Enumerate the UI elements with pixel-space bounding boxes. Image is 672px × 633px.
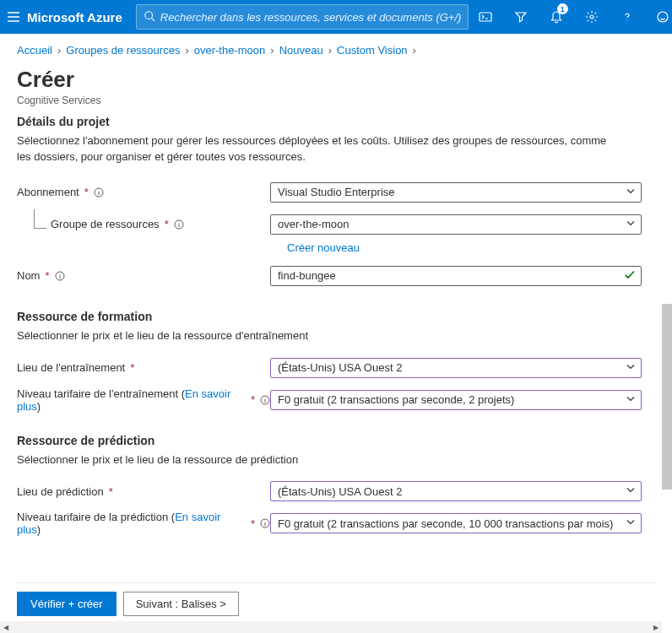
name-label: Nom * [17, 269, 270, 282]
chevron-right-icon: › [57, 44, 61, 57]
training-location-row: Lieu de l'entraînement * (États-Unis) US… [17, 354, 655, 381]
chevron-right-icon: › [185, 44, 188, 57]
help-icon[interactable] [610, 0, 644, 34]
subscription-row: Abonnement * Visual Studio Enterprise [17, 179, 655, 206]
chevron-down-icon [626, 393, 636, 406]
page-title: Créer [17, 67, 655, 93]
project-details-heading: Détails du projet [17, 115, 655, 128]
prediction-desc: Sélectionner le prix et le lieu de la re… [17, 452, 608, 468]
svg-point-3 [658, 12, 668, 22]
menu-icon[interactable] [7, 3, 20, 30]
name-row: Nom * find-bungee [17, 262, 655, 289]
svg-point-2 [590, 15, 593, 19]
top-bar: Microsoft Azure 1 [0, 0, 672, 34]
training-location-select[interactable]: (États-Unis) USA Ouest 2 [270, 358, 642, 378]
resource-group-row: Groupe de ressources * over-the-moon [17, 211, 655, 238]
notification-badge: 1 [557, 3, 568, 14]
breadcrumb-custom-vision[interactable]: Custom Vision [337, 44, 408, 57]
project-details-desc: Sélectionnez l'abonnement pour gérer les… [17, 133, 608, 165]
scroll-left-icon[interactable]: ◀ [0, 621, 12, 633]
global-search[interactable] [136, 4, 469, 30]
training-heading: Ressource de formation [17, 310, 655, 323]
required-indicator: * [45, 269, 49, 282]
subscription-select[interactable]: Visual Studio Enterprise [270, 182, 642, 203]
review-create-button[interactable]: Vérifier + créer [17, 592, 117, 616]
svg-point-0 [145, 11, 153, 19]
name-input[interactable]: find-bungee [270, 266, 642, 286]
breadcrumb-new[interactable]: Nouveau [279, 44, 323, 57]
required-indicator: * [165, 218, 169, 230]
required-indicator: * [109, 485, 113, 498]
breadcrumb-over-the-moon[interactable]: over-the-moon [194, 44, 266, 57]
chevron-right-icon: › [328, 44, 332, 57]
page-content: Accueil › Groupes de ressources › over-t… [0, 34, 672, 552]
next-tags-button[interactable]: Suivant : Balises > [123, 592, 239, 616]
training-tier-label: Niveau tarifaire de l'entraînement (En s… [17, 387, 270, 413]
prediction-tier-select[interactable]: F0 gratuit (2 transactions par seconde, … [270, 513, 642, 533]
resource-group-label: Groupe de ressources * [17, 218, 270, 230]
brand-label: Microsoft Azure [27, 10, 122, 24]
prediction-location-row: Lieu de prédiction * (États-Unis) USA Ou… [17, 478, 655, 505]
required-indicator: * [251, 393, 255, 406]
chevron-down-icon [626, 361, 636, 374]
training-location-label: Lieu de l'entraînement * [17, 361, 270, 374]
scroll-right-icon[interactable]: ▶ [650, 621, 662, 633]
svg-rect-1 [480, 13, 491, 21]
search-input[interactable] [160, 11, 461, 24]
required-indicator: * [251, 517, 255, 530]
cloud-shell-icon[interactable] [469, 0, 502, 34]
prediction-tier-row: Niveau tarifaire de la prédiction (En sa… [17, 510, 655, 537]
info-icon[interactable] [174, 219, 184, 230]
prediction-heading: Ressource de prédiction [17, 434, 655, 447]
wizard-footer: Vérifier + créer Suivant : Balises > [17, 582, 655, 616]
create-new-rg-link[interactable]: Créer nouveau [287, 241, 360, 254]
topbar-actions: 1 [469, 0, 672, 34]
directory-filter-icon[interactable] [504, 0, 538, 34]
resource-group-select[interactable]: over-the-moon [270, 214, 642, 235]
prediction-location-select[interactable]: (États-Unis) USA Ouest 2 [270, 481, 642, 501]
required-indicator: * [84, 186, 89, 198]
chevron-down-icon [626, 218, 636, 230]
vertical-scrollbar[interactable] [662, 304, 672, 490]
prediction-location-label: Lieu de prédiction * [17, 485, 270, 498]
feedback-icon[interactable] [646, 0, 672, 34]
search-icon [144, 10, 155, 24]
training-tier-row: Niveau tarifaire de l'entraînement (En s… [17, 387, 655, 414]
info-icon[interactable] [260, 518, 270, 528]
page-subtitle: Cognitive Services [17, 95, 655, 106]
settings-icon[interactable] [575, 0, 609, 34]
prediction-tier-label: Niveau tarifaire de la prédiction (En sa… [17, 511, 270, 536]
chevron-right-icon: › [270, 44, 274, 57]
subscription-label: Abonnement * [17, 186, 270, 198]
breadcrumb: Accueil › Groupes de ressources › over-t… [17, 44, 655, 57]
breadcrumb-home[interactable]: Accueil [17, 44, 52, 57]
chevron-down-icon [626, 186, 636, 198]
required-indicator: * [130, 361, 134, 374]
horizontal-scrollbar[interactable]: ◀ ▶ [0, 621, 662, 633]
breadcrumb-resource-groups[interactable]: Groupes de ressources [66, 44, 180, 57]
chevron-right-icon: › [413, 44, 416, 57]
info-icon[interactable] [94, 187, 104, 197]
chevron-down-icon [626, 485, 636, 498]
training-desc: Sélectionner le prix et le lieu de la re… [17, 328, 608, 344]
info-icon[interactable] [260, 395, 270, 405]
notifications-icon[interactable]: 1 [539, 0, 573, 34]
info-icon[interactable] [55, 271, 65, 281]
check-icon [624, 268, 636, 283]
chevron-down-icon [626, 517, 636, 530]
training-tier-select[interactable]: F0 gratuit (2 transactions par seconde, … [270, 390, 642, 410]
